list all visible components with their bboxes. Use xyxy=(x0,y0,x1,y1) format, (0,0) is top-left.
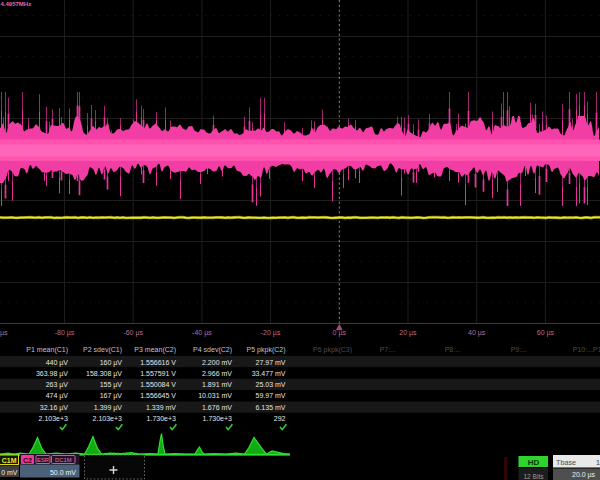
svg-text:P4 sdev(C2): P4 sdev(C2) xyxy=(193,346,232,354)
svg-text:1.339 mV: 1.339 mV xyxy=(146,404,176,411)
svg-text:1.550084 V: 1.550084 V xyxy=(140,381,176,388)
svg-text:363.98 µV: 363.98 µV xyxy=(36,370,68,378)
svg-text:1.730e+3: 1.730e+3 xyxy=(147,415,176,422)
svg-text:Tbase: Tbase xyxy=(556,458,576,467)
svg-text:33.477 mV: 33.477 mV xyxy=(252,370,286,377)
svg-text:2.966 mV: 2.966 mV xyxy=(202,370,232,377)
svg-text:25.03 mV: 25.03 mV xyxy=(256,381,286,388)
svg-text:P2 sdev(C1): P2 sdev(C1) xyxy=(83,346,122,354)
svg-text:2.103e+3: 2.103e+3 xyxy=(93,415,122,422)
svg-text:-100 µs: -100 µs xyxy=(0,329,8,337)
svg-text:-60 µs: -60 µs xyxy=(123,329,143,337)
svg-text:32.16 µV: 32.16 µV xyxy=(40,404,68,412)
svg-text:1.891 mV: 1.891 mV xyxy=(202,381,232,388)
svg-text:50.0 mV: 50.0 mV xyxy=(50,469,76,476)
svg-text:P8:...: P8:... xyxy=(445,346,461,353)
svg-text:474 µV: 474 µV xyxy=(46,392,69,400)
svg-text:10.031 mV: 10.031 mV xyxy=(198,392,232,399)
svg-text:P6 pkpk(C3): P6 pkpk(C3) xyxy=(313,346,352,354)
svg-text:12 Bits: 12 Bits xyxy=(523,473,544,480)
svg-text:P1 mean(C1): P1 mean(C1) xyxy=(26,346,68,354)
svg-text:0 mV: 0 mV xyxy=(1,469,18,476)
svg-text:DC1M: DC1M xyxy=(55,457,72,463)
svg-text:155 µV: 155 µV xyxy=(100,381,123,389)
svg-text:P3 mean(C2): P3 mean(C2) xyxy=(134,346,176,354)
svg-text:-20 µs: -20 µs xyxy=(261,329,281,337)
svg-text:158.308 µV: 158.308 µV xyxy=(86,370,122,378)
svg-text:40 µs: 40 µs xyxy=(468,329,486,337)
svg-text:1: 1 xyxy=(596,458,600,467)
svg-text:-80 µs: -80 µs xyxy=(55,329,75,337)
svg-text:1.556645 V: 1.556645 V xyxy=(140,392,176,399)
svg-text:27.97 mV: 27.97 mV xyxy=(256,359,286,366)
svg-text:292: 292 xyxy=(274,415,286,422)
svg-text:ESR: ESR xyxy=(37,457,49,463)
svg-text:P7:...: P7:... xyxy=(380,346,396,353)
svg-text:59.97 mV: 59.97 mV xyxy=(256,392,286,399)
svg-text:60 µs: 60 µs xyxy=(537,329,555,337)
svg-text:1.730e+3: 1.730e+3 xyxy=(203,415,232,422)
svg-text:C2: C2 xyxy=(23,457,32,464)
svg-text:263 µV: 263 µV xyxy=(46,381,69,389)
svg-text:P10:...: P10:... xyxy=(573,346,593,353)
svg-text:2.200 mV: 2.200 mV xyxy=(202,359,232,366)
svg-text:P9:...: P9:... xyxy=(511,346,527,353)
svg-text:-40 µs: -40 µs xyxy=(192,329,212,337)
svg-text:4.4957MHz: 4.4957MHz xyxy=(1,1,32,7)
svg-text:1.556616 V: 1.556616 V xyxy=(140,359,176,366)
svg-text:160 µV: 160 µV xyxy=(100,359,123,367)
svg-text:20 µs: 20 µs xyxy=(399,329,417,337)
svg-text:2.103e+3: 2.103e+3 xyxy=(39,415,68,422)
svg-text:1.399 µV: 1.399 µV xyxy=(94,404,122,412)
svg-text:20.0 µs: 20.0 µs xyxy=(572,471,596,479)
svg-text:P11: P11 xyxy=(593,346,600,353)
svg-text:HD: HD xyxy=(528,458,540,467)
svg-text:P5 pkpk(C2): P5 pkpk(C2) xyxy=(247,346,286,354)
svg-text:440 µV: 440 µV xyxy=(46,359,69,367)
svg-text:1.676 mV: 1.676 mV xyxy=(202,404,232,411)
svg-text:167 µV: 167 µV xyxy=(100,392,123,400)
svg-text:1.557591 V: 1.557591 V xyxy=(140,370,176,377)
svg-text:6.135 mV: 6.135 mV xyxy=(256,404,286,411)
svg-text:C1M: C1M xyxy=(2,457,17,464)
